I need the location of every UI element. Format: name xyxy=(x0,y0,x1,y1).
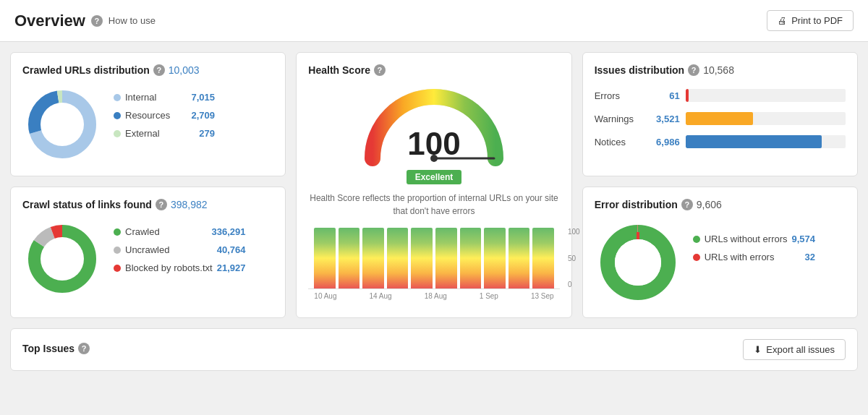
legend-item-resources: Resources 2,709 xyxy=(114,110,215,121)
error-dist-title: Error distribution ? 9,606 xyxy=(595,199,846,210)
no-errors-dot xyxy=(693,236,700,243)
crawl-status-help-icon[interactable]: ? xyxy=(156,199,167,210)
blocked-dot xyxy=(114,265,121,272)
page-header: Overview ? How to use 🖨 Print to PDF xyxy=(0,0,868,42)
health-score-card: Health Score ? xyxy=(296,52,571,318)
health-score-help-icon[interactable]: ? xyxy=(374,64,386,76)
print-icon: 🖨 xyxy=(778,15,787,26)
top-issues-card: Top Issues ? ⬇ Export all issues xyxy=(10,328,858,371)
legend-item-with-errors: URLs with errors 32 xyxy=(693,252,815,262)
gauge: 100 xyxy=(362,86,506,166)
legend-item-no-errors: URLs without errors 9,574 xyxy=(693,234,815,244)
uncrawled-dot xyxy=(114,247,121,254)
bar-x-labels: 10 Aug 14 Aug 18 Aug 1 Sep 13 Sep xyxy=(308,289,559,300)
crawled-urls-donut xyxy=(22,85,102,164)
top-issues-help-icon[interactable]: ? xyxy=(78,343,90,354)
errors-bar-fill xyxy=(686,89,689,102)
header-left: Overview ? How to use xyxy=(14,12,156,30)
issues-dist-title: Issues distribution ? 10,568 xyxy=(595,64,846,76)
error-dist-help-icon[interactable]: ? xyxy=(681,199,693,210)
errors-bar-track xyxy=(686,89,846,102)
internal-dot xyxy=(114,94,121,101)
resources-dot xyxy=(114,112,121,119)
crawled-dot xyxy=(114,228,121,236)
svg-point-3 xyxy=(41,103,84,146)
issue-row-errors: Errors 61 xyxy=(595,89,846,102)
help-icon[interactable]: ? xyxy=(91,15,103,27)
notices-bar-fill xyxy=(686,135,822,148)
error-dist-card: Error distribution ? 9,606 URLs without … xyxy=(582,187,858,318)
error-dist-legend: URLs without errors 9,574 URLs with erro… xyxy=(595,219,846,306)
crawl-status-title: Crawl status of links found ? 398,982 xyxy=(22,199,273,210)
how-to-use-link[interactable]: How to use xyxy=(109,15,156,26)
page-title: Overview xyxy=(14,12,85,30)
legend-item-blocked: Blocked by robots.txt 21,927 xyxy=(114,262,245,273)
gauge-score: 100 xyxy=(407,126,460,162)
external-dot xyxy=(114,130,121,137)
crawled-urls-help-icon[interactable]: ? xyxy=(153,64,165,76)
download-icon: ⬇ xyxy=(754,344,762,355)
crawled-urls-card: Crawled URLs distribution ? 10,003 Inter… xyxy=(10,52,286,176)
crawl-status-legend: Crawled 336,291 Uncrawled 40,764 Blocked… xyxy=(22,219,273,299)
crawled-urls-legend-items: Internal 7,015 Resources 2,709 External … xyxy=(114,85,215,164)
svg-point-9 xyxy=(41,237,84,281)
issues-dist-help-icon[interactable]: ? xyxy=(688,64,699,76)
crawled-urls-legend: Internal 7,015 Resources 2,709 External … xyxy=(22,85,273,164)
crawl-status-donut xyxy=(22,219,102,299)
error-dist-donut xyxy=(595,219,681,306)
error-dist-legend-items: URLs without errors 9,574 URLs with erro… xyxy=(693,219,815,306)
print-button[interactable]: 🖨 Print to PDF xyxy=(767,10,854,31)
health-score-title: Health Score ? xyxy=(308,64,386,76)
issue-row-notices: Notices 6,986 xyxy=(595,135,846,148)
crawl-status-card: Crawl status of links found ? 398,982 Cr… xyxy=(10,187,286,318)
svg-point-13 xyxy=(615,239,661,286)
legend-item-uncrawled: Uncrawled 40,764 xyxy=(114,244,245,255)
export-button[interactable]: ⬇ Export all issues xyxy=(743,339,846,360)
notices-bar-track xyxy=(686,135,846,148)
issue-rows: Errors 61 Warnings 3,521 Notices 6,986 xyxy=(595,89,846,148)
health-description: Health Score reflects the proportion of … xyxy=(308,192,559,218)
issues-dist-card: Issues distribution ? 10,568 Errors 61 W… xyxy=(582,52,858,176)
main-grid: Crawled URLs distribution ? 10,003 Inter… xyxy=(0,42,868,381)
top-issues-title: Top Issues ? xyxy=(22,343,90,354)
crawl-status-legend-items: Crawled 336,291 Uncrawled 40,764 Blocked… xyxy=(114,219,245,299)
crawled-urls-title: Crawled URLs distribution ? 10,003 xyxy=(22,64,273,76)
legend-item-external: External 279 xyxy=(114,128,215,139)
health-bar-chart: 100 50 0 10 Aug 14 Aug 18 Aug 1 Sep 13 S… xyxy=(308,228,559,300)
excellent-badge: Excellent xyxy=(407,170,462,184)
issue-row-warnings: Warnings 3,521 xyxy=(595,112,846,125)
legend-item-crawled: Crawled 336,291 xyxy=(114,226,245,237)
with-errors-dot xyxy=(693,254,700,261)
warnings-bar-track xyxy=(686,112,846,125)
legend-item-internal: Internal 7,015 xyxy=(114,92,215,103)
warnings-bar-fill xyxy=(686,112,753,125)
